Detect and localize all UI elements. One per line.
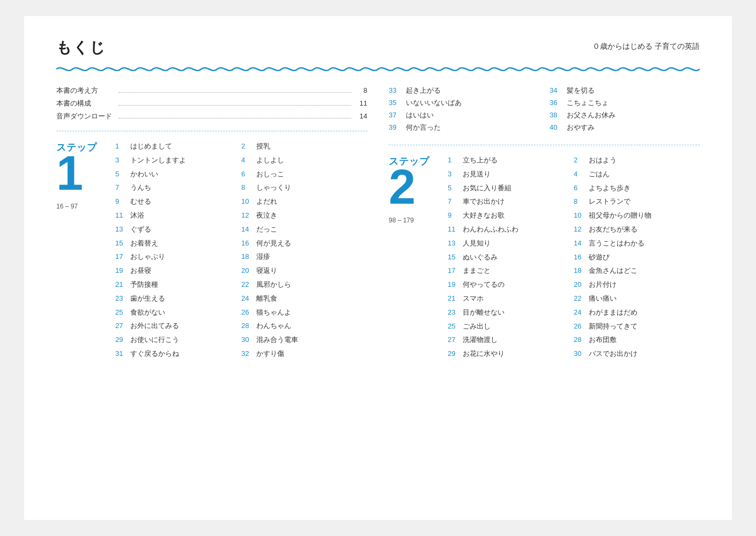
list-item: 25 食欲がない: [115, 307, 241, 318]
item-label: 食欲がない: [130, 307, 165, 318]
list-item: 7 うんち: [115, 182, 241, 193]
item-label: 混み合う電車: [256, 334, 298, 346]
right-top-num: 34: [550, 86, 567, 94]
item-label: よだれ: [256, 196, 277, 207]
item-label: バスでお出かけ: [589, 348, 638, 360]
list-item: 22 風邪かしら: [241, 279, 367, 291]
item-label: おはよう: [589, 155, 617, 166]
item-number: 8: [574, 196, 589, 207]
right-top-label: お父さんお休み: [567, 110, 700, 120]
item-label: 夜泣き: [256, 210, 277, 221]
left-column: 本書の考え方 8 本書の構成 11 音声ダウンロード 14 ステップ 1 16 …: [56, 86, 367, 362]
list-item: 5 かわいい: [115, 169, 241, 180]
right-top-item: 40 おやすみ: [550, 123, 700, 132]
item-number: 2: [241, 141, 256, 152]
item-label: 車でお出かけ: [463, 196, 505, 207]
list-item: 21 予防接種: [115, 279, 241, 291]
item-number: 5: [448, 183, 463, 194]
item-number: 16: [574, 252, 589, 263]
toc-intro-page: 11: [354, 99, 367, 107]
item-number: 18: [574, 265, 589, 277]
item-number: 6: [241, 169, 256, 180]
list-item: 17 ままごと: [448, 265, 574, 277]
item-number: 23: [448, 307, 463, 318]
right-top-item: 37 はいはい: [389, 110, 539, 120]
right-top-item: 38 お父さんお休み: [550, 110, 700, 120]
item-label: わんわんふわふわ: [463, 224, 518, 235]
item-number: 21: [115, 279, 130, 291]
right-top-item: 39 何か言った: [389, 123, 539, 132]
item-label: わんちゃん: [256, 321, 291, 332]
item-label: 痛い痛い: [589, 293, 617, 304]
item-number: 22: [241, 279, 256, 291]
item-label: 祖父母からの贈り物: [589, 210, 651, 221]
list-item: 10 祖父母からの贈り物: [574, 210, 700, 221]
item-number: 18: [241, 251, 256, 263]
list-item: 27 洗濯物渡し: [448, 334, 574, 346]
item-number: 20: [241, 265, 256, 277]
right-top-num: 38: [550, 111, 567, 119]
item-number: 27: [448, 334, 463, 346]
list-item: 2 授乳: [241, 141, 367, 152]
right-top-label: 髪を切る: [567, 86, 700, 95]
item-label: 沐浴: [130, 210, 144, 221]
item-label: お昼寝: [130, 265, 151, 277]
list-item: 1 立ち上がる: [448, 155, 574, 166]
item-label: だっこ: [256, 224, 277, 235]
item-label: お布団敷: [589, 334, 617, 346]
item-label: お着替え: [130, 238, 158, 249]
item-label: しゃっくり: [256, 182, 291, 193]
list-item: 2 おはよう: [574, 155, 700, 166]
right-top-num: 39: [389, 123, 406, 131]
list-item: 17 おしゃぶり: [115, 251, 241, 263]
item-number: 7: [115, 182, 130, 193]
item-number: 25: [448, 321, 463, 332]
item-number: 15: [115, 238, 130, 249]
item-number: 14: [574, 238, 589, 249]
list-item: 12 夜泣き: [241, 210, 367, 221]
list-item: 29 お使いに行こう: [115, 334, 241, 346]
item-number: 19: [448, 279, 463, 291]
item-number: 13: [448, 238, 463, 249]
list-item: 4 よしよし: [241, 155, 367, 166]
item-number: 3: [115, 155, 130, 166]
dotted-separator-1: [56, 131, 367, 131]
list-item: 26 新聞持ってきて: [574, 321, 700, 332]
list-item: 9 むせる: [115, 196, 241, 207]
list-item: 24 わがままはだめ: [574, 307, 700, 318]
right-top-item: 35 いないいないばあ: [389, 98, 539, 108]
wave-decoration: [56, 63, 700, 75]
list-item: 4 ごはん: [574, 169, 700, 180]
list-item: 21 スマホ: [448, 293, 574, 304]
item-number: 30: [241, 334, 256, 346]
item-label: おしゃぶり: [130, 251, 165, 263]
item-number: 32: [241, 348, 256, 360]
toc-intro-item: 本書の構成 11: [56, 99, 367, 108]
item-number: 22: [574, 293, 589, 304]
right-top-num: 33: [389, 86, 406, 94]
item-number: 28: [241, 321, 256, 332]
list-item: 11 わんわんふわふわ: [448, 224, 574, 235]
list-item: 1 はじめまして: [115, 141, 241, 152]
item-number: 6: [574, 183, 589, 194]
step2-col1: 1 立ち上がる 3 お見送り 5 お気に入り番組 7 車でお出かけ 9 大好きな…: [448, 155, 574, 362]
list-item: 8 レストランで: [574, 196, 700, 207]
right-top-item: 36 こちょこちょ: [550, 98, 700, 108]
item-label: わがままはだめ: [589, 307, 638, 318]
item-label: レストランで: [589, 196, 631, 207]
step2-section: ステップ 2 98 – 179 1 立ち上がる 3 お見送り 5 お気に入り番組…: [389, 155, 700, 362]
list-item: 19 何やってるの: [448, 279, 574, 291]
item-label: 何やってるの: [463, 279, 505, 291]
toc-intro-label: 本書の構成: [56, 99, 115, 108]
item-label: すぐ戻るからね: [130, 348, 179, 360]
item-number: 31: [115, 348, 130, 360]
right-top-label: 起き上がる: [406, 86, 539, 95]
item-label: 寝返り: [256, 265, 277, 277]
item-number: 5: [115, 169, 130, 180]
item-label: 授乳: [256, 141, 270, 152]
main-content: 本書の考え方 8 本書の構成 11 音声ダウンロード 14 ステップ 1 16 …: [56, 86, 700, 362]
item-number: 4: [241, 155, 256, 166]
step2-label-col: ステップ 2 98 – 179: [389, 155, 448, 362]
item-label: おしっこ: [256, 169, 284, 180]
item-number: 26: [241, 307, 256, 318]
